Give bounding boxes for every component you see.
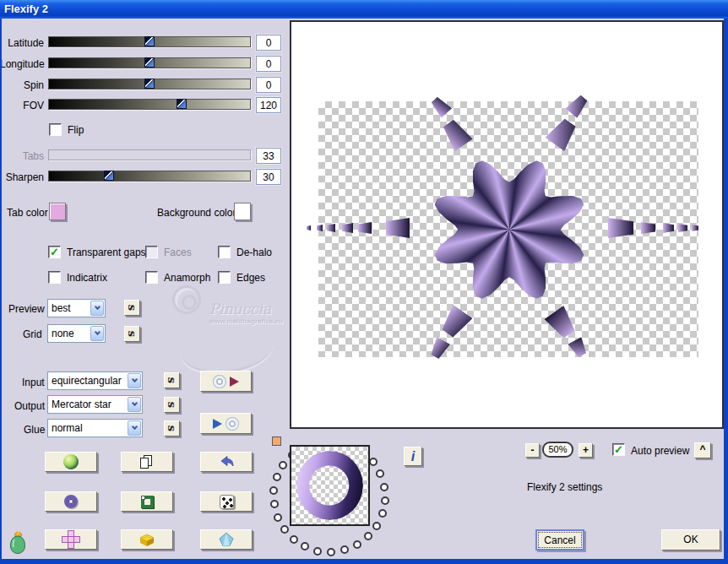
window-border-left xyxy=(0,19,2,564)
sharpen-slider-thumb[interactable] xyxy=(104,171,114,181)
dial-dot[interactable] xyxy=(273,473,281,481)
spin-dial-handle[interactable] xyxy=(272,437,281,446)
dial-dot[interactable] xyxy=(313,547,322,556)
glue-select-label: Glue xyxy=(24,424,45,436)
dial-dot[interactable] xyxy=(269,486,278,495)
preview-s-button[interactable]: s xyxy=(124,300,140,316)
glue-select[interactable]: normal xyxy=(47,419,143,437)
dial-dot[interactable] xyxy=(270,500,279,508)
title-bar[interactable]: Flexify 2 xyxy=(0,0,728,19)
input-s-button[interactable]: s xyxy=(164,372,180,388)
dial-dot[interactable] xyxy=(301,542,309,550)
dial-dot[interactable] xyxy=(381,496,389,505)
background-color-label: Background color xyxy=(157,207,236,219)
latitude-input[interactable] xyxy=(256,35,281,51)
dial-dot[interactable] xyxy=(274,513,282,522)
unfold-button[interactable] xyxy=(45,529,97,550)
dial-dot[interactable] xyxy=(279,461,287,469)
brick-button[interactable] xyxy=(121,529,173,550)
sharpen-input[interactable] xyxy=(256,169,281,185)
glue-thumbnail[interactable] xyxy=(290,445,370,526)
preview-select-label: Preview xyxy=(8,303,45,315)
cancel-button[interactable]: Cancel xyxy=(535,529,584,550)
spin-input[interactable] xyxy=(256,77,281,93)
unfolded-cube-icon xyxy=(62,530,81,550)
random-button[interactable] xyxy=(200,491,253,512)
window-border-right xyxy=(724,19,728,564)
grid-s-button[interactable]: s xyxy=(124,326,140,342)
input-select-value: equirectangular xyxy=(52,375,122,387)
transparent-gaps-checkbox[interactable]: ✓ xyxy=(48,246,61,258)
torus-ring-graphic xyxy=(296,451,363,520)
spin-slider[interactable] xyxy=(48,79,251,89)
sharpen-slider[interactable] xyxy=(48,171,251,182)
output-select[interactable]: Mercator star xyxy=(47,395,143,414)
info-button[interactable]: i xyxy=(404,447,422,466)
tab-color-swatch[interactable] xyxy=(49,203,66,220)
longitude-slider[interactable] xyxy=(48,57,251,68)
dial-dot[interactable] xyxy=(369,458,378,466)
background-color-swatch[interactable] xyxy=(234,203,251,220)
anamorph-checkbox[interactable]: ✓ xyxy=(145,271,158,284)
flip-checkbox[interactable]: ✓ xyxy=(49,123,62,136)
globe-button[interactable] xyxy=(45,452,97,472)
input-select[interactable]: equirectangular xyxy=(47,371,143,390)
chevron-down-icon[interactable] xyxy=(128,373,141,388)
edges-checkbox[interactable]: ✓ xyxy=(218,271,231,284)
zoom-level[interactable]: 50% xyxy=(542,442,573,458)
zoom-out-button[interactable]: - xyxy=(525,443,540,458)
dial-dot[interactable] xyxy=(380,483,388,491)
grid-select[interactable]: none xyxy=(47,324,106,343)
chevron-down-icon[interactable] xyxy=(128,397,141,412)
de-halo-checkbox[interactable]: ✓ xyxy=(218,246,231,258)
window-border-bottom xyxy=(0,559,728,564)
chevron-down-icon[interactable] xyxy=(90,301,104,316)
edges-label: Edges xyxy=(236,272,265,284)
output-s-button[interactable]: s xyxy=(164,397,180,413)
dial-dot[interactable] xyxy=(376,469,384,478)
sharpen-label: Sharpen xyxy=(0,171,44,183)
flaming-pear-logo[interactable] xyxy=(7,529,29,555)
indicatrix-checkbox[interactable]: ✓ xyxy=(48,271,61,284)
chevron-down-icon[interactable] xyxy=(128,420,141,436)
watermark-name: Pinuccia xyxy=(209,301,271,317)
dial-dot[interactable] xyxy=(353,540,361,549)
fov-slider-thumb[interactable] xyxy=(177,99,187,109)
dial-dot[interactable] xyxy=(280,525,289,534)
longitude-slider-thumb[interactable] xyxy=(144,57,155,68)
dial-dot[interactable] xyxy=(364,532,372,540)
collapse-button[interactable]: ^ xyxy=(694,442,711,458)
dial-dot[interactable] xyxy=(327,548,335,556)
frame-button[interactable] xyxy=(121,491,173,512)
preview-select[interactable]: best xyxy=(47,299,106,317)
dial-dot[interactable] xyxy=(290,535,298,544)
watermark-flourish xyxy=(181,323,274,373)
tabs-input[interactable] xyxy=(256,148,281,164)
fov-label: FOV xyxy=(0,100,44,111)
fov-input[interactable] xyxy=(256,97,281,113)
fov-slider[interactable] xyxy=(48,99,251,110)
tabs-label: Tabs xyxy=(0,150,44,162)
output-select-label: Output xyxy=(14,400,45,412)
longitude-input[interactable] xyxy=(256,56,281,72)
ring-icon xyxy=(64,495,78,508)
glue-s-button[interactable]: s xyxy=(164,420,180,437)
ring-button[interactable] xyxy=(45,491,97,512)
chevron-down-icon[interactable] xyxy=(90,326,104,341)
dial-dot[interactable] xyxy=(378,509,387,518)
dial-dot[interactable] xyxy=(372,522,381,530)
latitude-slider-thumb[interactable] xyxy=(144,36,155,46)
latitude-slider[interactable] xyxy=(48,36,251,47)
save-image-button[interactable] xyxy=(200,413,252,434)
crystal-button[interactable] xyxy=(200,529,253,550)
auto-preview-checkbox[interactable]: ✓ xyxy=(612,443,625,456)
ok-button[interactable]: OK xyxy=(661,529,720,550)
play-icon xyxy=(230,377,239,387)
spin-slider-thumb[interactable] xyxy=(144,79,155,89)
play-icon xyxy=(213,419,222,429)
load-image-button[interactable] xyxy=(200,371,252,392)
undo-button[interactable] xyxy=(200,452,253,472)
copy-button[interactable] xyxy=(121,452,173,472)
zoom-in-button[interactable]: + xyxy=(579,443,593,458)
dial-dot[interactable] xyxy=(340,545,349,554)
